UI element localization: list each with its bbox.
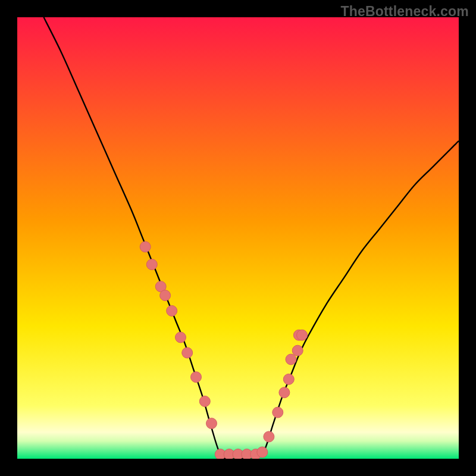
bottleneck-chart xyxy=(17,17,459,459)
chart-frame: TheBottleneck.com xyxy=(0,0,476,476)
sample-dot xyxy=(176,332,186,343)
sample-dot xyxy=(140,242,151,252)
sample-dot xyxy=(283,374,294,384)
sample-dot xyxy=(146,259,157,270)
sample-dot xyxy=(182,347,193,358)
sample-dot xyxy=(279,387,290,398)
sample-dot xyxy=(199,396,210,407)
plot-area xyxy=(17,17,459,459)
sample-dot xyxy=(191,372,202,383)
sample-dot xyxy=(167,305,177,316)
sample-dot xyxy=(257,447,268,458)
sample-dot xyxy=(160,290,171,301)
sample-dot xyxy=(206,418,217,429)
sample-dot xyxy=(264,431,274,442)
sample-dot xyxy=(297,330,308,340)
sample-dot xyxy=(286,354,296,365)
gradient-bg xyxy=(17,17,459,459)
sample-dot xyxy=(273,407,283,418)
sample-dot xyxy=(292,345,303,356)
